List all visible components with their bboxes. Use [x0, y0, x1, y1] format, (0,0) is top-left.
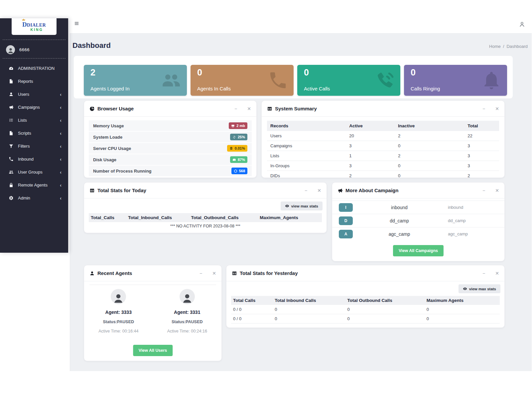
sidebar-item-label: Filters — [18, 144, 30, 149]
table-cell: 0 — [395, 171, 464, 181]
yesterday-stats-panel: Total Stats for Yesterday − ✕ view max s… — [226, 265, 505, 328]
minimize-button[interactable]: − — [482, 188, 485, 193]
table-header-row: Total CallsTotal Inbound CallsTotal Outb… — [231, 296, 500, 305]
column-header: Total_Inbound_Calls — [126, 213, 189, 222]
panel-header: Browser Usage − ✕ — [84, 101, 256, 117]
list-item: Server CPU Usage 0.01% — [89, 143, 252, 154]
table-cell: 2 — [395, 131, 464, 141]
table-row: Campaigns 3 0 3 — [267, 141, 499, 151]
minimize-button[interactable]: − — [234, 106, 237, 111]
minimize-button[interactable]: − — [200, 271, 202, 276]
spinner-icon — [234, 169, 237, 173]
agents-row: Agent: 3333 Status:PAUSED Active Time: 0… — [84, 289, 221, 333]
view-max-stats-button[interactable]: view max stats — [281, 201, 323, 210]
minimize-button[interactable]: − — [305, 188, 307, 193]
recent-agents-panel: Recent Agents − ✕ Agent: 3333 Status:PAU… — [84, 265, 222, 361]
breadcrumb-separator: / — [503, 44, 504, 49]
column-header: Total_Outbound_Calls — [189, 213, 258, 222]
table-cell: 0 — [273, 305, 345, 314]
sidebar-user[interactable]: 6666 — [0, 42, 68, 57]
minimize-button[interactable]: − — [482, 271, 485, 276]
sidebar-item-users[interactable]: Users ‹ — [0, 88, 68, 101]
table-cell: DIDs — [267, 171, 346, 181]
agent-active-time: Active Time: 00:16:44 — [89, 329, 148, 333]
table-cell: 2 — [346, 171, 395, 181]
crown-icon — [21, 18, 26, 22]
sidebar-item-remote-agents[interactable]: Remote Agents ‹ — [0, 179, 68, 192]
user-icon — [89, 271, 95, 276]
user-icon — [9, 92, 14, 97]
chevron-left-icon: ‹ — [60, 118, 62, 123]
table-header-row: Total_CallsTotal_Inbound_CallsTotal_Outb… — [89, 213, 322, 222]
panel-header: More About Campaign − ✕ — [332, 183, 504, 199]
breadcrumb-home-link[interactable]: Home — [489, 44, 501, 49]
stat-value: 0 — [197, 67, 202, 78]
stat-value: 0 — [304, 67, 309, 78]
phone-icon — [9, 157, 14, 162]
table-row: 0 / 0 0 0 0 — [231, 314, 500, 324]
sidebar-item-inbound[interactable]: Inbound ‹ — [0, 153, 68, 166]
stat-cards-row: 2 Agents Logged In 0 Agents In Calls 0 A… — [74, 56, 513, 98]
close-button[interactable]: ✕ — [495, 106, 499, 111]
brand-initial: D — [22, 21, 27, 28]
view-all-users-button[interactable]: View All Users — [133, 345, 173, 356]
sidebar-item-scripts[interactable]: Scripts ‹ — [0, 127, 68, 140]
campaign-rows: I inbound inbound D dd_camp dd_camp A ag… — [332, 200, 504, 240]
stat-label: Active Calls — [304, 86, 330, 91]
dashboard-screen: Dashboard Home / Dashboard 2 Agents Logg… — [0, 0, 532, 399]
minimize-button[interactable]: − — [482, 106, 485, 111]
column-header: Total Calls — [231, 296, 273, 305]
view-max-stats-button[interactable]: view max stats — [459, 284, 500, 293]
sidebar-item-lists[interactable]: Lists ‹ — [0, 114, 68, 127]
sidebar-item-filters[interactable]: Filters ‹ — [0, 140, 68, 153]
avatar-icon — [7, 47, 14, 54]
table-cell: 3 — [346, 141, 395, 151]
sidebar-menu: ADMINISTRATION ‹ Reports ‹ Users ‹ Campa… — [0, 62, 68, 204]
panel-header: Recent Agents − ✕ — [84, 265, 221, 281]
campaign-name: inbound — [371, 205, 428, 210]
badge-value: 25% — [238, 135, 245, 139]
list-icon — [9, 118, 14, 123]
file-icon — [9, 131, 14, 136]
lock-icon — [9, 183, 14, 188]
person-outline-icon[interactable] — [519, 21, 525, 28]
avatar — [180, 289, 195, 304]
close-button[interactable]: ✕ — [495, 188, 499, 193]
close-button[interactable]: ✕ — [212, 271, 216, 276]
close-button[interactable]: ✕ — [247, 106, 251, 111]
dashboard-icon — [9, 66, 14, 71]
campaign-name: agc_camp — [371, 231, 428, 237]
table-cell: 0 — [273, 314, 345, 324]
table-cell: 0 — [425, 305, 500, 314]
badge-value: 0.01% — [235, 146, 245, 150]
campaign-id: inbound — [448, 205, 498, 210]
sidebar-item-label: Lists — [18, 118, 27, 123]
sidebar-item-campaigns[interactable]: Campaigns ‹ — [0, 101, 68, 114]
sidebar-item-label: Scripts — [18, 131, 31, 136]
table-row: Lists 1 2 3 — [267, 151, 499, 161]
badge-value: 2 mb — [236, 124, 245, 128]
memory-icon — [231, 124, 235, 128]
metric-label: Memory Usage — [93, 123, 124, 128]
list-item: Disk Usage 87% — [89, 154, 252, 165]
divider — [89, 285, 216, 285]
sidebar-item-reports[interactable]: Reports ‹ — [0, 75, 68, 88]
panel-header: System Summary − ✕ — [262, 101, 504, 117]
sidebar-item-admin[interactable]: Admin ‹ — [0, 192, 68, 204]
hamburger-icon[interactable] — [74, 21, 79, 26]
sidebar-item-administration[interactable]: ADMINISTRATION ‹ — [0, 62, 68, 75]
sidebar-item-user-groups[interactable]: User Groups ‹ — [0, 166, 68, 179]
table-row: DIDs 2 0 2 — [267, 171, 499, 181]
users-icon — [9, 170, 14, 175]
view-all-campaigns-button[interactable]: View All Campaigns — [393, 245, 444, 256]
close-button[interactable]: ✕ — [317, 188, 321, 193]
close-button[interactable]: ✕ — [495, 271, 499, 276]
chevron-left-icon: ‹ — [60, 170, 62, 175]
campaign-name: dd_camp — [371, 218, 428, 223]
page-title: Dashboard — [72, 41, 111, 50]
table-cell: 0 / 0 — [231, 305, 273, 314]
panel-header: Total Stats for Today − ✕ — [84, 183, 327, 199]
column-header: Inactive — [395, 121, 464, 131]
panel-title: Total Stats for Yesterday — [240, 270, 298, 276]
phone-volume-icon — [374, 70, 395, 91]
